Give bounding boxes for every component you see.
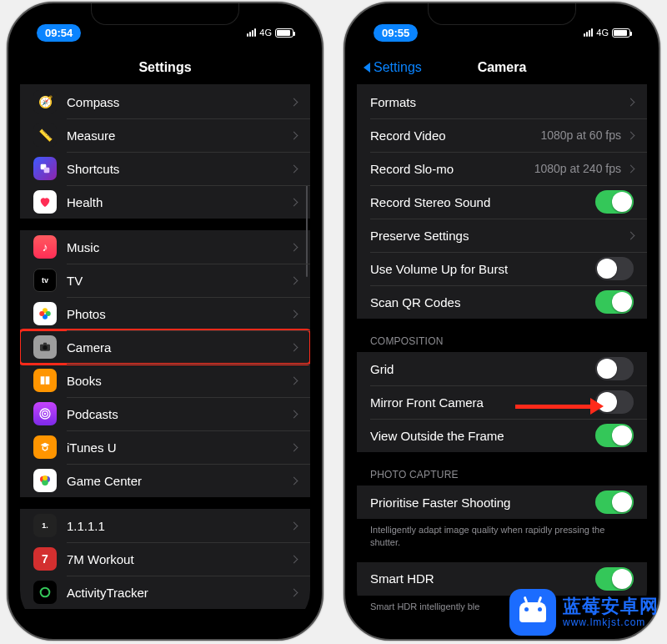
row-record-slomo[interactable]: Record Slo-mo 1080p at 240 fps <box>357 152 647 185</box>
toggle-scan-qr[interactable] <box>595 290 634 314</box>
row-preserve-settings[interactable]: Preserve Settings <box>357 219 647 252</box>
chevron-right-icon <box>290 243 298 251</box>
row-books[interactable]: Books <box>20 364 310 397</box>
toggle-mirror-front-camera[interactable] <box>595 390 634 414</box>
row-label: Preserve Settings <box>370 229 628 243</box>
chevron-right-icon <box>290 198 298 206</box>
chevron-right-icon <box>290 521 298 530</box>
row-view-outside-frame[interactable]: View Outside the Frame <box>357 419 647 452</box>
7m-icon: 7 <box>33 547 57 571</box>
nav-bar: Settings <box>20 50 310 85</box>
status-right-cluster: 4G <box>584 28 630 38</box>
notch <box>428 3 576 25</box>
phone-left: 09:54 4G Settings 🧭 Compass <box>7 2 323 641</box>
row-tv[interactable]: tv TV <box>20 264 310 297</box>
row-activitytracker[interactable]: ActivityTracker <box>20 576 310 609</box>
row-camera[interactable]: Camera <box>20 330 310 364</box>
chevron-right-icon <box>290 476 298 485</box>
toggle-stereo[interactable] <box>595 190 634 214</box>
row-grid[interactable]: Grid <box>357 352 647 385</box>
svg-point-16 <box>41 588 50 597</box>
row-label: View Outside the Frame <box>370 429 595 443</box>
row-label: Record Video <box>370 128 540 143</box>
status-time: 09:54 <box>37 24 81 42</box>
row-label: Grid <box>370 362 595 376</box>
section-header-composition: COMPOSITION <box>357 319 647 352</box>
screen-left: 09:54 4G Settings 🧭 Compass <box>20 15 310 627</box>
signal-icon <box>247 28 256 37</box>
row-gamecenter[interactable]: Game Center <box>20 464 310 497</box>
chevron-right-icon <box>627 98 635 106</box>
row-label: Game Center <box>67 474 291 488</box>
row-label: ActivityTracker <box>67 586 291 600</box>
chevron-right-icon <box>290 410 298 418</box>
camera-group-main: Formats Record Video 1080p at 60 fps Rec… <box>357 85 647 319</box>
row-1111[interactable]: 1. 1.1.1.1 <box>20 509 310 542</box>
notch <box>91 3 239 25</box>
watermark-title: 蓝莓安卓网 <box>563 596 659 616</box>
row-health[interactable]: Health <box>20 185 310 219</box>
toggle-grid[interactable] <box>595 357 634 380</box>
row-record-video[interactable]: Record Video 1080p at 60 fps <box>357 118 647 152</box>
chevron-right-icon <box>290 588 298 596</box>
svg-rect-1 <box>44 168 50 174</box>
row-label: Scan QR Codes <box>370 295 595 309</box>
row-shortcuts[interactable]: Shortcuts <box>20 152 310 185</box>
row-7m[interactable]: 7 7M Workout <box>20 542 310 576</box>
row-label: Podcasts <box>67 407 291 421</box>
back-label: Settings <box>374 60 422 75</box>
row-itunesu[interactable]: iTunes U <box>20 430 310 464</box>
network-label: 4G <box>259 28 272 38</box>
row-label: TV <box>67 274 291 288</box>
books-icon <box>33 369 57 392</box>
toggle-volume-burst[interactable] <box>595 257 634 280</box>
row-label: Camera <box>67 340 291 355</box>
content-left[interactable]: 🧭 Compass 📏 Measure Shortcuts <box>20 85 310 627</box>
watermark-icon <box>509 589 556 636</box>
back-button[interactable]: Settings <box>364 50 422 84</box>
row-podcasts[interactable]: Podcasts <box>20 397 310 430</box>
toggle-view-outside[interactable] <box>595 424 634 447</box>
row-prioritise-faster[interactable]: Prioritise Faster Shooting <box>357 486 647 519</box>
row-label: Mirror Front Camera <box>370 395 595 410</box>
row-mirror-front-camera[interactable]: Mirror Front Camera <box>357 385 647 419</box>
row-label: 1.1.1.1 <box>67 519 291 533</box>
row-label: 7M Workout <box>67 552 291 566</box>
svg-rect-8 <box>43 343 47 345</box>
camera-group-photo-capture: Prioritise Faster Shooting <box>357 486 647 519</box>
signal-icon <box>584 28 593 37</box>
row-photos[interactable]: Photos <box>20 297 310 330</box>
row-label: Health <box>67 195 291 209</box>
row-music[interactable]: ♪ Music <box>20 230 310 264</box>
content-right[interactable]: Formats Record Video 1080p at 60 fps Rec… <box>357 85 647 627</box>
chevron-right-icon <box>290 309 298 318</box>
camera-group-composition: Grid Mirror Front Camera View Outside th… <box>357 352 647 452</box>
row-label: Smart HDR <box>370 571 595 586</box>
chevron-right-icon <box>290 98 298 106</box>
row-label: Use Volume Up for Burst <box>370 262 595 276</box>
settings-group-media: ♪ Music tv TV Photos <box>20 230 310 497</box>
row-label: iTunes U <box>67 440 291 455</box>
row-label: Record Slo-mo <box>370 162 534 176</box>
row-volume-burst[interactable]: Use Volume Up for Burst <box>357 252 647 285</box>
row-scan-qr[interactable]: Scan QR Codes <box>357 285 647 319</box>
measure-icon: 📏 <box>33 123 57 147</box>
row-label: Music <box>67 240 291 254</box>
chevron-right-icon <box>627 164 635 173</box>
screen-right: 09:55 4G Settings Camera Formats <box>357 15 647 627</box>
row-measure[interactable]: 📏 Measure <box>20 118 310 152</box>
row-label: Compass <box>67 95 291 109</box>
chevron-right-icon <box>290 164 298 173</box>
row-stereo-sound[interactable]: Record Stereo Sound <box>357 185 647 219</box>
toggle-smart-hdr[interactable] <box>595 567 634 591</box>
health-icon <box>33 190 57 214</box>
row-compass[interactable]: 🧭 Compass <box>20 85 310 118</box>
camera-icon <box>33 335 57 359</box>
chevron-right-icon <box>290 131 298 139</box>
row-formats[interactable]: Formats <box>357 85 647 118</box>
svg-point-5 <box>39 311 44 316</box>
toggle-prioritise-faster[interactable] <box>595 491 634 514</box>
network-label: 4G <box>596 28 609 38</box>
svg-point-15 <box>43 475 48 480</box>
gamecenter-icon <box>33 469 57 492</box>
